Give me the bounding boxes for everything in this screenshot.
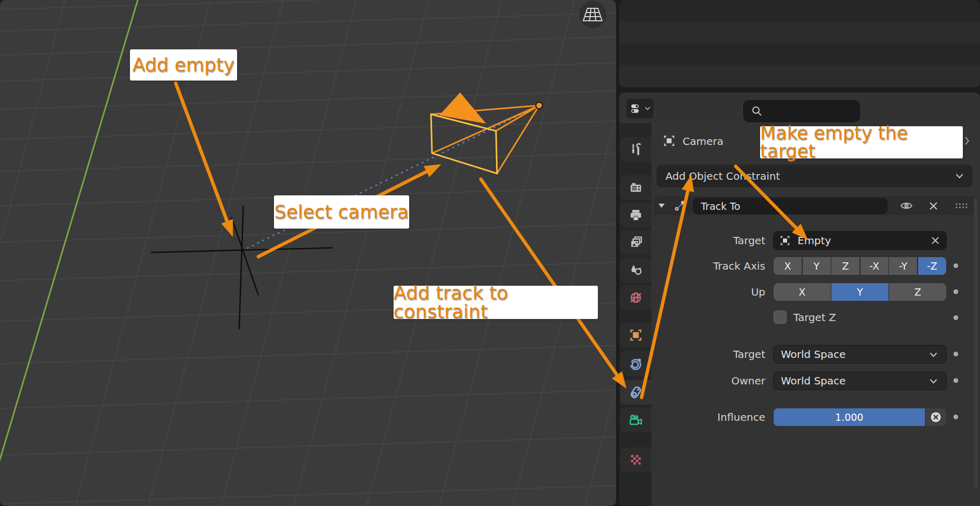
annotation-add-empty: Add empty	[130, 49, 237, 81]
camera-object[interactable]	[431, 92, 543, 174]
properties-scrollbar[interactable]	[974, 197, 977, 488]
annotation-add-track-constraint: Add track to constraint	[394, 286, 598, 319]
clear-target-icon[interactable]	[931, 236, 939, 245]
target-object-field[interactable]: Empty	[774, 232, 946, 249]
camera-origin-dot	[536, 102, 543, 109]
breadcrumb[interactable]: Camera	[683, 134, 724, 149]
tab-texture[interactable]	[620, 447, 651, 472]
chevron-down-icon	[930, 352, 937, 357]
outliner-editor[interactable]	[619, 0, 980, 87]
add-object-constraint-label: Add Object Constraint	[657, 170, 780, 182]
up-animate-dot[interactable]	[953, 289, 958, 294]
chevron-down-icon	[645, 106, 650, 111]
grid-y-axis-green	[0, 0, 138, 506]
track-axis-animate-dot[interactable]	[953, 263, 958, 268]
influence-value: 1.000	[835, 411, 863, 423]
render-icon	[628, 180, 644, 195]
chevron-down-icon	[956, 174, 963, 179]
track-axis-label: Track Axis	[609, 259, 765, 273]
track-axis-segment: X Y Z -X -Y -Z	[774, 257, 946, 275]
viewport-grid-nav-button[interactable]	[579, 1, 606, 28]
influence-slider[interactable]: 1.000	[774, 408, 925, 426]
search-input[interactable]	[742, 99, 861, 123]
owner-space-dropdown[interactable]: World Space	[774, 372, 946, 390]
grid-lines	[0, 0, 616, 506]
up-x[interactable]: X	[774, 283, 831, 301]
annotation-select-camera: Select camera	[274, 195, 409, 229]
search-icon	[751, 105, 763, 117]
target-space-dropdown[interactable]: World Space	[774, 345, 946, 363]
blender-window: Camera Add Object Constraint Track To	[0, 0, 980, 506]
owner-space-animate-dot[interactable]	[953, 378, 958, 383]
owner-space-value: World Space	[774, 375, 846, 387]
target-z-checkbox[interactable]	[774, 311, 787, 324]
output-printer-icon	[628, 207, 644, 223]
influence-animate-dot[interactable]	[953, 415, 958, 419]
add-object-constraint-button[interactable]: Add Object Constraint	[657, 165, 972, 187]
track-axis-y[interactable]: Y	[803, 257, 831, 275]
target-space-animate-dot[interactable]	[953, 352, 958, 356]
chevron-down-icon	[930, 379, 937, 384]
target-object-value: Empty	[791, 234, 831, 247]
object-icon	[779, 234, 791, 247]
up-y[interactable]: Y	[831, 283, 888, 301]
texture-checker-icon	[628, 452, 644, 468]
3d-viewport[interactable]	[0, 0, 616, 506]
track-axis-x[interactable]: X	[774, 257, 802, 275]
editor-type-dropdown[interactable]	[626, 99, 654, 118]
target-space-label: Target	[609, 347, 765, 362]
object-icon	[628, 327, 644, 343]
up-segment: X Y Z	[774, 283, 946, 301]
owner-space-label: Owner	[609, 374, 765, 388]
circle-x-icon	[930, 411, 942, 423]
tool-icon	[628, 142, 644, 157]
eye-visibility-icon[interactable]	[899, 200, 913, 211]
close-icon[interactable]	[929, 202, 938, 210]
track-axis-neg-x[interactable]: -X	[860, 257, 888, 275]
track-axis-neg-y[interactable]: -Y	[889, 257, 917, 275]
expand-triangle-icon[interactable]	[658, 203, 665, 208]
track-axis-z[interactable]: Z	[831, 257, 859, 275]
camera-frustum-rect	[431, 114, 497, 174]
track-axis-neg-z[interactable]: -Z	[918, 257, 946, 275]
extras-grip-icon[interactable]	[956, 203, 968, 208]
influence-clear-button[interactable]	[925, 408, 946, 426]
track-to-constraint-icon	[673, 198, 687, 213]
viewport-canvas	[0, 0, 616, 506]
tab-tool[interactable]	[620, 137, 651, 162]
target-label: Target	[609, 233, 765, 248]
object-icon	[662, 134, 676, 148]
tab-output[interactable]	[620, 203, 651, 228]
target-z-animate-dot[interactable]	[953, 315, 958, 320]
up-z[interactable]: Z	[889, 283, 946, 301]
tab-render[interactable]	[620, 175, 651, 200]
properties-editor-icon	[630, 102, 643, 115]
influence-label: Influence	[609, 410, 765, 424]
target-space-value: World Space	[774, 348, 846, 361]
constraint-name: Track To	[694, 201, 740, 212]
target-z-label: Target Z	[793, 310, 836, 325]
chevron-right-icon	[964, 136, 970, 145]
tab-object[interactable]	[620, 323, 651, 348]
constraint-name-field[interactable]: Track To	[694, 198, 887, 214]
up-label: Up	[609, 285, 765, 299]
annotation-make-empty-target: Make empty the target	[760, 126, 963, 158]
